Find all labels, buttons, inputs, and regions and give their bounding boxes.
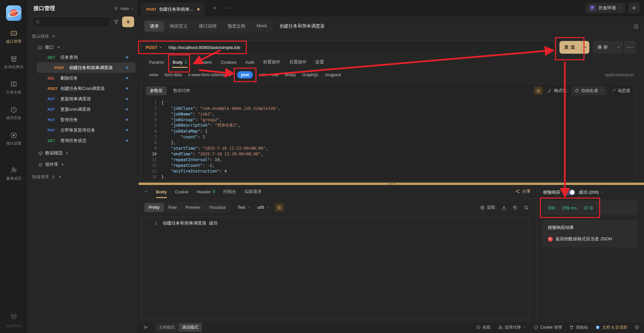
footer-trash[interactable]: 回收站: [569, 325, 588, 330]
save-button[interactable]: 保存: [593, 41, 623, 54]
request-tab-前置操作[interactable]: 前置操作: [263, 59, 280, 65]
url-bar[interactable]: POST http://localhost:8080/task/simpleJo…: [141, 40, 557, 54]
request-tab-后置操作[interactable]: 后置操作: [289, 59, 307, 65]
sidebar-section-component-library[interactable]: 组件库: [30, 159, 136, 170]
search-box[interactable]: [32, 16, 110, 27]
url-input[interactable]: http://localhost:8080/task/simpleJob: [168, 45, 240, 50]
request-tab-设置[interactable]: 设置: [315, 59, 324, 65]
response-view-Raw[interactable]: Raw: [164, 203, 181, 212]
side-panel-toggle-icon[interactable]: [633, 24, 639, 29]
sidebar-section-data-models[interactable]: 数据模型: [30, 148, 136, 158]
dynamic-value-button[interactable]: 动态值: [611, 88, 631, 94]
encoding-select[interactable]: utf8: [257, 205, 270, 210]
body-type-binary[interactable]: binary: [285, 73, 296, 77]
body-type-raw[interactable]: raw: [272, 73, 278, 77]
rail-item-project-settings[interactable]: 项目设置: [6, 132, 21, 146]
rail-item-request-history[interactable]: 请求历史: [6, 106, 21, 121]
request-tab-Body[interactable]: Body1: [173, 60, 187, 65]
search-response-icon[interactable]: [524, 205, 529, 210]
footer-cookie-manage[interactable]: Cookie 管理: [534, 325, 562, 330]
extract-button[interactable]: 提取: [480, 205, 495, 210]
body-type-xml[interactable]: xml: [259, 73, 266, 77]
response-body[interactable]: 1创建任务和简单调度器 成功: [141, 217, 529, 319]
filter-icon[interactable]: [113, 19, 119, 25]
body-type-msgpack[interactable]: msgpack: [325, 73, 341, 77]
body-type-x-www-form-urlencoded[interactable]: x-www-form-urlencoded: [188, 73, 231, 77]
endpoint-row[interactable]: POST创建任务和简单调度器: [37, 62, 136, 73]
tab-more-button[interactable]: ···: [224, 5, 230, 11]
endpoint-row[interactable]: PUT立即恢复暂停任务: [30, 125, 136, 135]
share-button[interactable]: 分享: [515, 188, 531, 194]
body-type-form-data[interactable]: form-data: [165, 73, 182, 77]
validation-toggle[interactable]: [564, 189, 575, 195]
request-tab-Headers[interactable]: Headers: [196, 60, 212, 65]
request-tab-Cookies[interactable]: Cookies: [221, 60, 236, 65]
copy-icon[interactable]: [513, 205, 518, 210]
body-type-GraphQL[interactable]: GraphQL: [302, 73, 319, 77]
response-view-Preview[interactable]: Preview: [181, 203, 204, 212]
new-tab-button[interactable]: +: [213, 5, 216, 11]
branch-selector[interactable]: main: [114, 6, 134, 11]
endpoint-row[interactable]: PUT暂停任务: [30, 114, 136, 125]
footer-back-top[interactable]: [635, 325, 639, 330]
rail-item-invite-members[interactable]: 邀请成员: [6, 166, 21, 181]
endpoint-row[interactable]: GET查询任务状态: [30, 135, 136, 146]
response-tab-Cookie[interactable]: Cookie: [175, 189, 189, 194]
cookie-icon: [534, 325, 538, 330]
view-tab-预览文档[interactable]: 预览文档: [222, 21, 251, 32]
view-tab-响应定义[interactable]: 响应定义: [165, 21, 193, 32]
collapse-response-icon[interactable]: [144, 190, 148, 194]
footer-online[interactable]: 在线: [476, 325, 491, 330]
rail-item-api-management[interactable]: 接口管理: [6, 30, 21, 44]
endpoint-row[interactable]: POST创建任务和Cron调度器: [30, 83, 136, 94]
response-tab-实际请求[interactable]: 实际请求: [244, 189, 262, 195]
endpoint-row[interactable]: PUT更新简单调度器: [30, 94, 136, 104]
download-icon[interactable]: [501, 205, 506, 210]
rail-item-share-docs[interactable]: 分享文档: [6, 81, 21, 95]
editor-tab-数据结构[interactable]: 数据结构: [169, 86, 194, 95]
debug-mode-button[interactable]: 调试模式: [179, 323, 202, 332]
response-wrap-toggle[interactable]: [275, 203, 284, 211]
add-endpoint-button[interactable]: +: [122, 16, 134, 27]
word-wrap-toggle[interactable]: [534, 87, 543, 95]
body-type-json[interactable]: json: [237, 71, 253, 79]
endpoint-row[interactable]: DEL删除任务: [30, 73, 136, 83]
open-request-tab[interactable]: POST 创建任务和简单...: [141, 3, 205, 16]
validation-status-dropdown[interactable]: 成功 (200): [579, 189, 604, 195]
endpoint-row[interactable]: PUT更新cron调度器: [30, 104, 136, 114]
response-view-Pretty[interactable]: Pretty: [145, 203, 164, 212]
collapse-sidebar-icon[interactable]: [143, 325, 149, 330]
send-button[interactable]: 发送: [559, 41, 589, 54]
response-tab-控制台[interactable]: 控制台: [223, 189, 236, 195]
footer-request-proxy[interactable]: 请求代理: [498, 325, 526, 330]
response-view-Visualize[interactable]: Visualize: [205, 203, 230, 212]
quick-request-row[interactable]: 快捷请求: [30, 172, 136, 182]
footer-docs-community[interactable]: 文档 & 交流群: [595, 325, 627, 330]
method-dropdown[interactable]: POST: [146, 45, 162, 50]
request-more-button[interactable]: ···: [624, 41, 636, 54]
app-logo[interactable]: [6, 5, 21, 21]
json-editor-content[interactable]: 1{2 "jobClass": "com.example.demo.job.Si…: [141, 98, 634, 180]
environment-selector[interactable]: 开 开发环境: [586, 3, 625, 13]
response-tab-Header[interactable]: Header5: [197, 189, 215, 194]
editor-tab-参数值[interactable]: 参数值: [146, 86, 167, 95]
pane-splitter[interactable]: [139, 183, 644, 185]
body-type-none[interactable]: none: [149, 73, 158, 77]
root-folder-row[interactable]: 接口: [30, 43, 136, 52]
view-tab-Mock[interactable]: Mock: [251, 21, 272, 32]
view-tab-接口说明[interactable]: 接口说明: [194, 21, 222, 32]
doc-mode-button[interactable]: 文档模式: [155, 323, 178, 332]
response-tab-Body[interactable]: Body: [156, 189, 167, 194]
format-select[interactable]: Text: [237, 205, 251, 210]
request-tab-Params[interactable]: Params: [149, 60, 164, 65]
request-tab-Auth[interactable]: Auth: [245, 60, 254, 65]
endpoint-row[interactable]: GET任务查询: [30, 52, 136, 62]
auto-generate-button[interactable]: 自动生成: [572, 86, 606, 95]
search-input[interactable]: [42, 19, 107, 25]
module-row[interactable]: 默认模块: [30, 32, 136, 41]
format-button[interactable]: 格式化: [547, 88, 567, 94]
menu-button[interactable]: ≡: [628, 3, 640, 13]
response-time: 259 ms: [562, 205, 577, 210]
rail-item-automated-testing[interactable]: 自动化测试: [4, 55, 23, 69]
view-tab-请求[interactable]: 请求: [145, 21, 164, 32]
